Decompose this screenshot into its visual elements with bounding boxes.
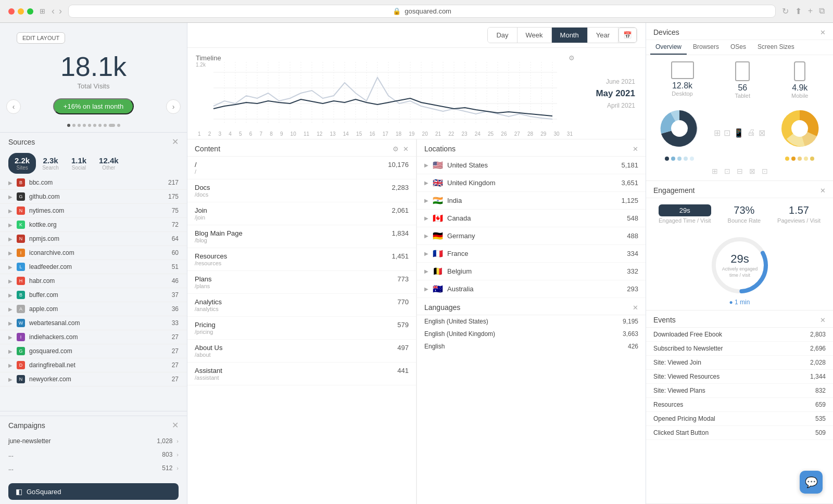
forward-icon[interactable]: › (59, 6, 62, 17)
event-item: Site: Viewed Plans 832 (646, 384, 833, 398)
close-dot[interactable] (8, 8, 15, 15)
location-item[interactable]: ▶ 🇨🇦 Canada 548 (417, 210, 646, 227)
next-month[interactable]: April 2021 (607, 102, 635, 109)
source-favicon: N (17, 235, 25, 243)
events-close-icon[interactable]: ✕ (820, 316, 826, 324)
gosquared-badge[interactable]: ◧ GoSquared (8, 483, 179, 500)
devices-tab-screen-sizes[interactable]: Screen Sizes (752, 40, 800, 55)
source-item[interactable]: ▶ K kottke.org 72 (0, 218, 187, 232)
source-item[interactable]: ▶ I indiehackers.com 27 (0, 330, 187, 344)
dot-8[interactable] (104, 124, 107, 127)
timeline-settings-icon[interactable]: ⚙ (569, 54, 575, 62)
tabs-icon[interactable]: ⧉ (819, 6, 825, 16)
location-item[interactable]: ▶ 🇬🇧 United Kingdom 3,651 (417, 174, 646, 192)
source-item[interactable]: ▶ A apple.com 36 (0, 302, 187, 316)
location-item[interactable]: ▶ 🇺🇸 United States 5,181 (417, 157, 646, 174)
dot-1[interactable] (67, 124, 70, 127)
prev-month[interactable]: June 2021 (606, 78, 635, 85)
location-item[interactable]: ▶ 🇧🇪 Belgium 332 (417, 263, 646, 280)
content-item-root[interactable]: / 10,176 / (187, 157, 416, 179)
devices-tab-overview[interactable]: Overview (650, 40, 687, 55)
dot-wide[interactable] (109, 124, 115, 127)
add-tab-icon[interactable]: + (808, 6, 813, 16)
source-count: 51 (172, 263, 179, 270)
content-item[interactable]: Join 2,061 /join (187, 202, 416, 225)
languages-close-icon[interactable]: ✕ (633, 304, 638, 312)
dot-4[interactable] (83, 124, 86, 127)
source-item[interactable]: ▶ B bbc.com 217 (0, 176, 187, 190)
devices-tab-browsers[interactable]: Browsers (688, 40, 724, 55)
month-button[interactable]: Month (552, 28, 588, 43)
refresh-icon[interactable]: ↻ (782, 6, 789, 16)
calendar-button[interactable]: 📅 (619, 28, 637, 43)
share-icon[interactable]: ⬆ (795, 6, 802, 16)
day-button[interactable]: Day (488, 28, 517, 43)
change-badge[interactable]: +16% on last month (53, 98, 134, 114)
source-favicon: D (17, 361, 25, 369)
source-item[interactable]: ▶ N newyorker.com 27 (0, 372, 187, 386)
location-item[interactable]: ▶ 🇮🇳 India 1,125 (417, 192, 646, 210)
current-month[interactable]: May 2021 (596, 88, 635, 99)
source-item[interactable]: ▶ I iconarchive.com 60 (0, 246, 187, 260)
source-item[interactable]: ▶ B buffer.com 37 (0, 288, 187, 302)
campaign-item-2[interactable]: ... 803 › (0, 448, 187, 461)
location-item[interactable]: ▶ 🇫🇷 France 334 (417, 245, 646, 263)
source-expand-icon: ▶ (8, 278, 12, 284)
devices-tab-oses[interactable]: OSes (725, 40, 751, 55)
source-item[interactable]: ▶ G github.com 175 (0, 190, 187, 204)
devices-close-icon[interactable]: ✕ (820, 29, 826, 36)
edit-layout-button[interactable]: EDIT LAYOUT (17, 32, 65, 44)
dot-5[interactable] (88, 124, 91, 127)
total-visits-value: 18.1k (8, 53, 179, 80)
locations-close-icon[interactable]: ✕ (633, 145, 638, 153)
content-item[interactable]: Resources 1,451 /resources (187, 248, 416, 271)
languages-section: Languages ✕ English (United States) 9,19… (417, 298, 646, 353)
location-item[interactable]: ▶ 🇩🇪 Germany 488 (417, 227, 646, 245)
source-name: github.com (29, 193, 164, 200)
prev-arrow-button[interactable]: ‹ (6, 99, 21, 114)
sources-tab-sites[interactable]: 2.2k Sites (8, 153, 36, 174)
dot-6[interactable] (93, 124, 96, 127)
location-count: 334 (627, 250, 638, 257)
sources-tab-other[interactable]: 12.4k Other (93, 153, 125, 174)
location-item[interactable]: ▶ 🇦🇺 Australia 293 (417, 280, 646, 298)
content-item[interactable]: About Us 497 /about (187, 340, 416, 363)
sources-tab-social[interactable]: 1.1k Social (65, 153, 93, 174)
sidebar-toggle-icon[interactable]: ⊞ (40, 7, 45, 15)
dot-2[interactable] (72, 124, 75, 127)
back-icon[interactable]: ‹ (52, 6, 55, 17)
next-arrow-button[interactable]: › (166, 99, 181, 114)
dot-7[interactable] (98, 124, 102, 127)
campaign-item-3[interactable]: ... 512 › (0, 461, 187, 475)
chat-button[interactable]: 💬 (800, 471, 823, 494)
source-item[interactable]: ▶ H habr.com 46 (0, 274, 187, 288)
location-count: 293 (627, 285, 638, 293)
source-item[interactable]: ▶ N npmjs.com 64 (0, 232, 187, 246)
sources-tab-search[interactable]: 2.3k Search (36, 153, 65, 174)
source-item[interactable]: ▶ D daringfireball.net 27 (0, 358, 187, 372)
campaigns-close-icon[interactable]: ✕ (172, 420, 179, 430)
source-item[interactable]: ▶ G gosquared.com 27 (0, 344, 187, 358)
campaign-count-2: 803 (162, 451, 172, 458)
source-item[interactable]: ▶ W webartesanal.com 33 (0, 316, 187, 330)
week-button[interactable]: Week (518, 28, 552, 43)
url-bar[interactable]: 🔒 gosquared.com (68, 5, 776, 18)
content-item[interactable]: Analytics 770 /analytics (187, 294, 416, 317)
sources-close-icon[interactable]: ✕ (172, 137, 179, 147)
content-item[interactable]: Assistant 441 /assistant (187, 363, 416, 385)
dot-3[interactable] (78, 124, 81, 127)
campaign-item-1[interactable]: june-newsletter 1,028 › (0, 434, 187, 448)
content-item[interactable]: Pricing 579 /pricing (187, 317, 416, 340)
source-item[interactable]: ▶ L leadfeeder.com 51 (0, 260, 187, 274)
dot-9[interactable] (117, 124, 120, 127)
maximize-dot[interactable] (27, 8, 33, 15)
content-settings-icon[interactable]: ⚙ (393, 145, 399, 153)
source-item[interactable]: ▶ N nytimes.com 75 (0, 204, 187, 218)
content-item[interactable]: Blog Main Page 1,834 /blog (187, 225, 416, 248)
content-item[interactable]: Plans 773 /plans (187, 271, 416, 294)
engagement-close-icon[interactable]: ✕ (820, 187, 826, 195)
content-close-icon[interactable]: ✕ (403, 145, 409, 153)
content-item[interactable]: Docs 2,283 /docs (187, 179, 416, 202)
year-button[interactable]: Year (588, 28, 619, 43)
minimize-dot[interactable] (18, 8, 24, 15)
